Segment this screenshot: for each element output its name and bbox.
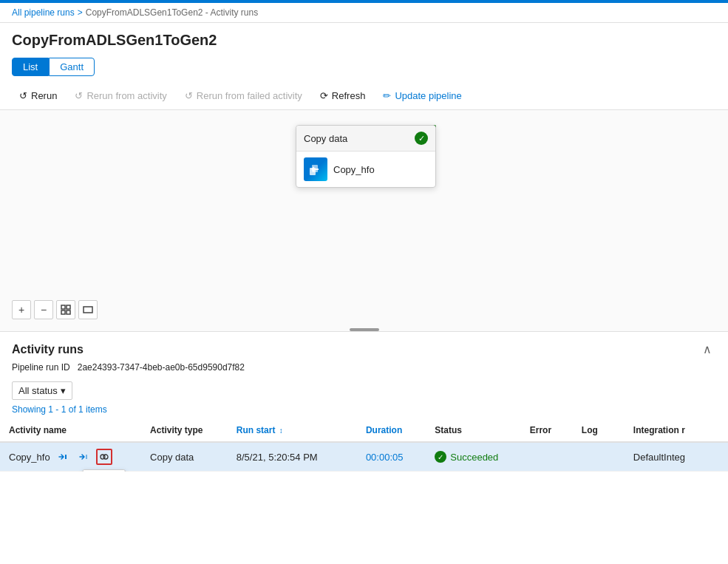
list-view-button[interactable]: List — [12, 58, 49, 76]
rerun-icon: ↺ — [19, 90, 27, 101]
cell-error — [521, 442, 573, 472]
status-text: Succeeded — [450, 452, 498, 463]
activity-popup: Copy data ✓ Copy_hfo — [296, 125, 436, 188]
popup-header: Copy data ✓ — [296, 126, 435, 152]
popup-header-title: Copy data — [304, 133, 347, 144]
rerun-from-activity-label: Rerun from activity — [86, 90, 166, 101]
cell-duration: 00:00:05 — [357, 442, 426, 472]
showing-text: Showing 1 - 1 of 1 items — [0, 403, 728, 419]
status-filter-button[interactable]: All status ▾ — [12, 381, 72, 400]
svg-rect-5 — [67, 310, 70, 314]
cell-integration: DefaultInteg — [625, 442, 728, 472]
breadcrumb-current: CopyFromADLSGen1ToGen2 - Activity runs — [86, 7, 258, 18]
tooltip-container: Details — [96, 449, 112, 465]
refresh-button[interactable]: ⟳ Refresh — [313, 86, 373, 105]
col-header-log: Log — [573, 419, 625, 442]
section-header: Activity runs ∧ — [0, 332, 728, 361]
status-filter-label: All status — [18, 385, 58, 396]
update-pipeline-button[interactable]: ✏ Update pipeline — [375, 86, 469, 105]
svg-rect-4 — [61, 310, 65, 314]
cell-status: ✓ Succeeded — [426, 442, 520, 472]
collapse-button[interactable]: ∧ — [698, 341, 716, 358]
canvas-controls: + − — [12, 300, 98, 319]
col-header-status: Status — [426, 419, 520, 442]
breadcrumb-separator: > — [78, 7, 83, 18]
fit-width-button[interactable] — [78, 300, 98, 319]
view-toggle: List Gantt — [0, 55, 728, 82]
gantt-view-button[interactable]: Gantt — [49, 58, 95, 76]
filter-row: All status ▾ — [0, 378, 728, 403]
sort-icon: ↕ — [279, 427, 283, 435]
update-pipeline-icon: ✏ — [383, 90, 391, 101]
copy-data-icon — [304, 157, 327, 181]
section-title: Activity runs — [12, 343, 84, 356]
cell-run-start: 8/5/21, 5:20:54 PM — [228, 442, 357, 472]
svg-rect-2 — [61, 305, 65, 309]
pipeline-run-id-value: 2ae24393-7347-4beb-ae0b-65d9590d7f82 — [78, 362, 245, 373]
pipeline-run-id-row: Pipeline run ID 2ae24393-7347-4beb-ae0b-… — [0, 361, 728, 378]
cell-activity-type: Copy data — [141, 442, 228, 472]
svg-rect-8 — [86, 455, 87, 459]
breadcrumb: All pipeline runs > CopyFromADLSGen1ToGe… — [0, 3, 728, 23]
zoom-out-button[interactable]: − — [34, 300, 53, 319]
toolbar: ↺ Rerun ↺ Rerun from activity ↺ Rerun fr… — [0, 82, 728, 110]
activity-name-text: Copy_hfo — [9, 452, 50, 463]
fit-page-button[interactable] — [56, 300, 75, 319]
details-icon-button[interactable] — [96, 449, 112, 465]
output-icon-button[interactable] — [75, 449, 92, 465]
refresh-label: Refresh — [332, 90, 366, 101]
input-icon-button[interactable] — [55, 449, 71, 465]
refresh-icon: ⟳ — [320, 90, 328, 101]
pipeline-run-id-label: Pipeline run ID — [12, 362, 70, 373]
zoom-in-button[interactable]: + — [12, 300, 31, 319]
col-header-duration: Duration — [357, 419, 426, 442]
svg-rect-7 — [65, 455, 67, 459]
rerun-button[interactable]: ↺ Rerun — [12, 86, 64, 105]
activity-name-cell: Copy_hfo — [9, 449, 132, 465]
rerun-from-failed-label: Rerun from failed activity — [197, 90, 302, 101]
cell-log — [573, 442, 625, 472]
svg-rect-6 — [84, 307, 92, 313]
col-header-run-start[interactable]: Run start ↕ — [228, 419, 357, 442]
popup-body: Copy_hfo — [296, 152, 435, 187]
col-header-integration: Integration r — [625, 419, 728, 442]
canvas-area: Copy data ✓ Copy_hfo + − — [0, 110, 728, 332]
svg-point-10 — [103, 455, 108, 459]
details-tooltip: Details — [82, 469, 126, 472]
svg-rect-3 — [67, 305, 70, 309]
rerun-label: Rerun — [31, 90, 57, 101]
table-row: Copy_hfo — [0, 442, 728, 472]
status-dot: ✓ — [435, 451, 446, 463]
popup-success-icon: ✓ — [415, 132, 428, 145]
rerun-from-failed-button[interactable]: ↺ Rerun from failed activity — [177, 86, 310, 105]
col-header-activity-name: Activity name — [0, 419, 141, 442]
rerun-from-activity-button[interactable]: ↺ Rerun from activity — [67, 86, 174, 105]
page-title: CopyFromADLSGen1ToGen2 — [0, 23, 728, 55]
status-success: ✓ Succeeded — [435, 451, 511, 463]
rerun-from-activity-icon: ↺ — [75, 90, 83, 101]
chevron-down-icon: ▾ — [61, 385, 66, 396]
rerun-from-failed-icon: ↺ — [185, 90, 193, 101]
activity-runs-section: Activity runs ∧ Pipeline run ID 2ae24393… — [0, 332, 728, 472]
cell-activity-name: Copy_hfo — [0, 442, 141, 472]
update-pipeline-label: Update pipeline — [395, 90, 461, 101]
scroll-indicator — [350, 328, 379, 331]
breadcrumb-link[interactable]: All pipeline runs — [12, 7, 75, 18]
runs-table: Activity name Activity type Run start ↕ … — [0, 419, 728, 472]
col-header-activity-type: Activity type — [141, 419, 228, 442]
popup-activity-name: Copy_hfo — [333, 164, 375, 175]
col-header-error: Error — [521, 419, 573, 442]
